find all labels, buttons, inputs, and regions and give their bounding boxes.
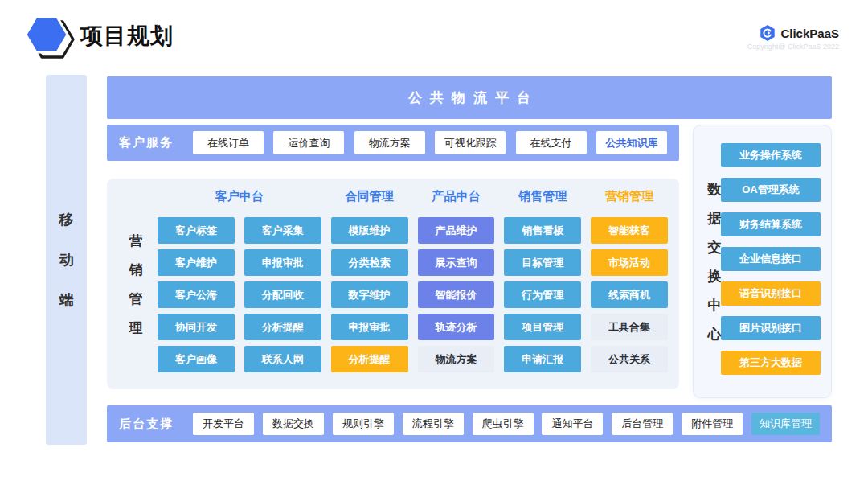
backend-button[interactable]: 爬虫引擎	[473, 413, 534, 435]
service-button[interactable]: 公共知识库	[596, 131, 667, 154]
matrix-cell[interactable]: 智能报价	[418, 281, 495, 308]
vertical-label-char: 心	[708, 325, 722, 343]
matrix-cell[interactable]: 产品维护	[418, 217, 495, 244]
data-exchange-item[interactable]: 财务结算系统	[721, 212, 821, 236]
column-header: 客户中台	[158, 189, 321, 204]
column-header: 营销管理	[591, 189, 668, 204]
vertical-label-char: 管	[129, 290, 143, 308]
vertical-label-char: 移	[59, 210, 74, 229]
data-exchange-item[interactable]: 第三方大数据	[721, 351, 821, 375]
hexagon-logo-icon	[25, 11, 78, 66]
matrix-cell[interactable]: 物流方案	[418, 346, 495, 372]
backend-button[interactable]: 附件管理	[682, 413, 743, 435]
matrix-cell[interactable]: 市场活动	[591, 249, 668, 276]
backend-button[interactable]: 数据交换	[263, 413, 324, 435]
service-button[interactable]: 物流方案	[354, 131, 425, 154]
matrix-cell[interactable]: 申报审批	[244, 249, 321, 276]
matrix-cell[interactable]: 分析提醒	[331, 346, 408, 372]
platform-banner: 公共物流平台	[107, 76, 832, 119]
customer-service-buttons: 在线订单运价查询物流方案可视化跟踪在线支付公共知识库	[193, 131, 667, 154]
platform-banner-label: 公共物流平台	[400, 88, 538, 107]
backend-support-row: 后台支撑 开发平台数据交换规则引擎流程引擎爬虫引擎通知平台后台管理附件管理知识库…	[107, 405, 832, 442]
matrix-cell[interactable]: 客户采集	[244, 217, 321, 244]
data-exchange-item[interactable]: 图片识别接口	[721, 316, 821, 340]
vertical-label-char: 据	[708, 209, 722, 228]
backend-buttons: 开发平台数据交换规则引擎流程引擎爬虫引擎通知平台后台管理附件管理知识库管理	[193, 413, 820, 435]
vertical-label-char: 换	[708, 267, 722, 286]
matrix-cell[interactable]: 客户公海	[158, 281, 235, 308]
matrix-cell[interactable]: 分配回收	[244, 281, 321, 308]
matrix-cell[interactable]: 申报审批	[331, 314, 408, 340]
page-title: 项目规划	[80, 21, 174, 51]
backend-button[interactable]: 通知平台	[542, 413, 603, 435]
matrix-cell[interactable]: 客户标签	[158, 217, 235, 244]
data-exchange-items: 业务操作系统OA管理系统财务结算系统企业信息接口语音识别接口图片识别接口第三方大…	[721, 143, 821, 375]
matrix-cell[interactable]: 客户维护	[158, 249, 235, 276]
backend-button[interactable]: 开发平台	[193, 413, 254, 435]
vertical-label-char: 营	[129, 232, 143, 250]
matrix-cell[interactable]: 智能获客	[591, 217, 668, 244]
column-header: 合同管理	[331, 189, 408, 204]
matrix-cell[interactable]: 客户画像	[158, 346, 235, 372]
backend-button[interactable]: 知识库管理	[751, 413, 820, 435]
matrix-cell[interactable]: 申请汇报	[504, 346, 581, 372]
matrix-cell[interactable]: 目标管理	[504, 249, 581, 276]
vertical-label-char: 交	[708, 238, 722, 257]
matrix-cell[interactable]: 公共关系	[591, 346, 668, 372]
matrix-cell[interactable]: 协同开发	[158, 314, 235, 340]
customer-service-label: 客户服务	[119, 135, 174, 150]
matrix-cell[interactable]: 展示查询	[418, 249, 495, 276]
matrix-column-headers: 客户中台合同管理产品中台销售管理营销管理	[158, 189, 668, 204]
page: 项目规划 ClickPaaS Copyright@ ClickPaaS 2022…	[0, 0, 868, 489]
column-header: 产品中台	[418, 189, 495, 204]
matrix-cell[interactable]: 模版维护	[331, 217, 408, 244]
vertical-label-char: 中	[708, 296, 722, 314]
backend-support-label: 后台支撑	[119, 417, 174, 432]
vertical-label-char: 数	[708, 180, 722, 199]
service-button[interactable]: 运价查询	[273, 131, 344, 154]
backend-button[interactable]: 规则引擎	[333, 413, 394, 435]
matrix-cell[interactable]: 行为管理	[504, 281, 581, 308]
service-button[interactable]: 可视化跟踪	[435, 131, 506, 154]
vertical-label-char: 动	[59, 250, 74, 269]
matrix-grid: 客户标签客户采集模版维护产品维护销售看板智能获客客户维护申报审批分类检索展示查询…	[158, 217, 668, 372]
matrix-cell[interactable]: 轨迹分析	[418, 314, 495, 340]
matrix-cell[interactable]: 数字维护	[331, 281, 408, 308]
marketing-matrix-panel: 客户中台合同管理产品中台销售管理营销管理 营销管理 客户标签客户采集模版维护产品…	[107, 179, 679, 389]
data-exchange-item[interactable]: 企业信息接口	[721, 247, 821, 271]
brand-copyright: Copyright@ ClickPaaS 2022	[747, 43, 839, 51]
mobile-terminal-bar: 移动端	[46, 75, 87, 445]
matrix-cell[interactable]: 线索商机	[591, 281, 668, 308]
matrix-cell[interactable]: 工具合集	[591, 314, 668, 340]
service-button[interactable]: 在线支付	[516, 131, 587, 154]
vertical-label-char: 理	[129, 318, 143, 337]
matrix-cell[interactable]: 分析提醒	[244, 314, 321, 340]
data-exchange-item[interactable]: OA管理系统	[721, 178, 821, 202]
data-exchange-item[interactable]: 业务操作系统	[721, 143, 821, 167]
service-button[interactable]: 在线订单	[193, 131, 264, 154]
vertical-label-char: 端	[59, 290, 74, 310]
vertical-label-char: 销	[129, 261, 143, 279]
data-exchange-panel: 数据交换中心 业务操作系统OA管理系统财务结算系统企业信息接口语音识别接口图片识…	[693, 125, 832, 398]
matrix-cell[interactable]: 项目管理	[504, 314, 581, 340]
brand-name: ClickPaaS	[780, 27, 839, 40]
matrix-cell[interactable]: 销售看板	[504, 217, 581, 244]
brand: ClickPaaS Copyright@ ClickPaaS 2022	[747, 24, 839, 51]
matrix-cell[interactable]: 联系人网	[244, 346, 321, 372]
matrix-cell[interactable]: 分类检索	[331, 249, 408, 276]
backend-button[interactable]: 流程引擎	[403, 413, 464, 435]
backend-button[interactable]: 后台管理	[612, 413, 673, 435]
data-exchange-item[interactable]: 语音识别接口	[721, 281, 821, 306]
column-header: 销售管理	[504, 189, 581, 204]
clickpaas-logo-icon	[759, 24, 776, 42]
marketing-management-label: 营销管理	[126, 179, 145, 389]
customer-service-row: 客户服务 在线订单运价查询物流方案可视化跟踪在线支付公共知识库	[107, 125, 679, 161]
